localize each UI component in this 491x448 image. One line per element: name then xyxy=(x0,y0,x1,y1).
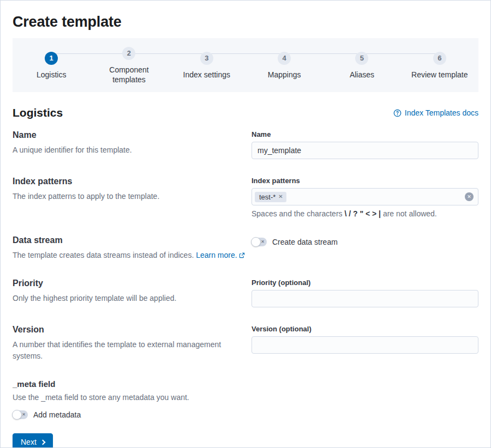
learn-more-link[interactable]: Learn more. xyxy=(196,250,244,261)
index-pattern-tag-label: test-* xyxy=(259,193,276,201)
meta-field-section: _meta field Use the _meta field to store… xyxy=(13,379,478,419)
index-patterns-row-description: The index patterns to apply to the templ… xyxy=(13,191,250,202)
step-label: Aliases xyxy=(332,70,392,80)
clear-combobox-icon[interactable] xyxy=(465,192,474,201)
chevron-right-icon xyxy=(40,439,45,445)
form-row-version: Version A number that identifies the tem… xyxy=(13,325,478,362)
index-templates-docs-link[interactable]: Index Templates docs xyxy=(393,108,478,117)
form-row-data-stream: Data stream The template creates data st… xyxy=(13,235,478,261)
name-input[interactable] xyxy=(252,142,478,159)
docs-help-icon xyxy=(393,109,402,117)
version-row-description: A number that identifies the template to… xyxy=(13,339,250,362)
form-row-name: Name A unique identifier for this templa… xyxy=(13,130,478,159)
step-number-badge: 1 xyxy=(45,52,58,65)
meta-field-description: Use the _meta field to store any metadat… xyxy=(13,393,478,402)
create-template-page: Create template 1 Logistics 2 Component … xyxy=(0,0,491,448)
toggle-thumb xyxy=(251,237,261,247)
data-stream-row-description: The template creates data streams instea… xyxy=(13,250,250,261)
form-row-index-patterns: Index patterns The index patterns to app… xyxy=(13,177,478,218)
step-number-badge: 6 xyxy=(433,52,446,65)
priority-field-label: Priority (optional) xyxy=(252,279,478,287)
meta-field-title: _meta field xyxy=(13,379,478,389)
step-number-badge: 3 xyxy=(200,52,213,65)
priority-input[interactable] xyxy=(252,290,478,307)
add-metadata-toggle-label: Add metadata xyxy=(33,410,81,419)
priority-row-title: Priority xyxy=(13,279,250,288)
step-component-templates[interactable]: 2 Component templates xyxy=(90,47,167,84)
step-number-badge: 4 xyxy=(278,52,291,65)
data-stream-row-title: Data stream xyxy=(13,235,250,245)
next-button-label: Next xyxy=(21,438,37,446)
disallowed-characters: \ / ? " < > | xyxy=(344,209,381,218)
logistics-form: Name A unique identifier for this templa… xyxy=(1,125,490,448)
index-patterns-help-text: Spaces and the characters \ / ? " < > | … xyxy=(252,209,478,218)
name-field-label: Name xyxy=(252,130,478,138)
step-label: Index settings xyxy=(177,70,237,80)
docs-link-label: Index Templates docs xyxy=(405,108,478,117)
page-title: Create template xyxy=(1,1,490,38)
index-patterns-combobox[interactable]: test-* xyxy=(252,188,478,205)
form-row-priority: Priority Only the highest priority templ… xyxy=(13,279,478,307)
toggle-thumb xyxy=(12,410,22,420)
create-data-stream-toggle-label: Create data stream xyxy=(272,238,338,246)
name-row-description: A unique identifier for this template. xyxy=(13,144,250,156)
version-row-title: Version xyxy=(13,325,250,335)
next-button[interactable]: Next xyxy=(13,433,53,448)
step-review-template[interactable]: 6 Review template xyxy=(401,47,478,84)
index-patterns-field-label: Index patterns xyxy=(252,177,478,185)
step-label: Logistics xyxy=(21,70,81,80)
section-title: Logistics xyxy=(13,106,63,119)
step-label: Mappings xyxy=(254,70,314,80)
step-logistics[interactable]: 1 Logistics xyxy=(13,47,90,84)
step-label: Component templates xyxy=(99,65,159,84)
step-number-badge: 2 xyxy=(122,47,135,60)
index-patterns-row-title: Index patterns xyxy=(13,177,250,186)
version-input[interactable] xyxy=(252,336,478,354)
remove-tag-icon[interactable] xyxy=(278,194,283,199)
step-aliases[interactable]: 5 Aliases xyxy=(323,47,400,84)
name-row-title: Name xyxy=(13,130,250,140)
step-label: Review template xyxy=(410,70,470,80)
priority-row-description: Only the highest priority template will … xyxy=(13,293,250,304)
create-data-stream-toggle[interactable] xyxy=(252,238,267,246)
external-link-icon xyxy=(239,252,245,258)
step-mappings[interactable]: 4 Mappings xyxy=(246,47,323,84)
add-metadata-toggle[interactable] xyxy=(13,410,28,419)
step-number-badge: 5 xyxy=(355,52,368,65)
index-pattern-tag: test-* xyxy=(255,192,286,202)
step-index-settings[interactable]: 3 Index settings xyxy=(168,47,246,84)
version-field-label: Version (optional) xyxy=(252,325,478,333)
stepper: 1 Logistics 2 Component templates 3 Inde… xyxy=(13,38,478,92)
